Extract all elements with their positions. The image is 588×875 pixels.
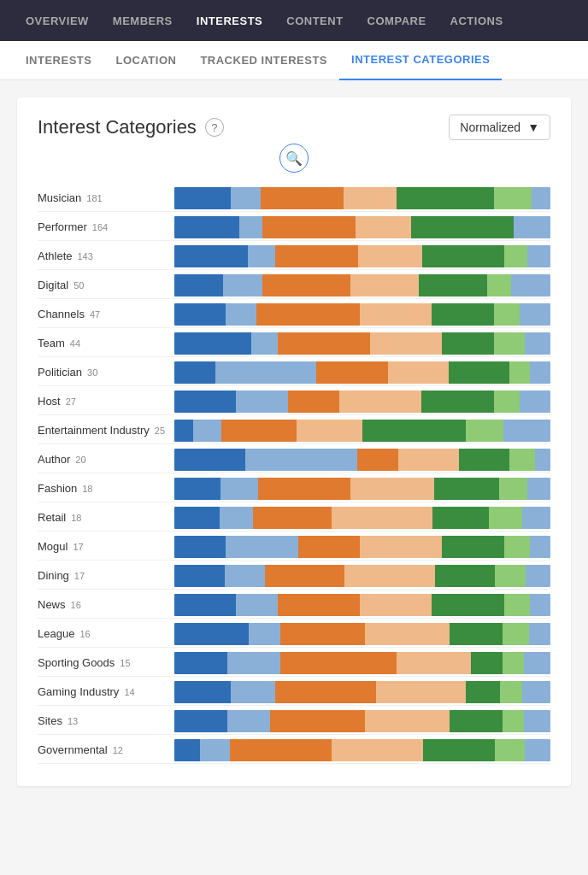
- nav-item-actions[interactable]: ACTIONS: [438, 0, 515, 41]
- bar-segment: [466, 420, 503, 442]
- category-count: 181: [86, 193, 102, 203]
- bar-segment: [227, 710, 270, 732]
- category-name: News: [38, 598, 66, 611]
- category-count: 30: [87, 367, 97, 378]
- bar-segment: [434, 478, 499, 500]
- bar-segment: [411, 216, 514, 238]
- bar-segment: [509, 361, 530, 384]
- help-icon[interactable]: ?: [205, 118, 224, 137]
- row-label: Team44: [38, 337, 174, 349]
- nav-item-interests[interactable]: INTERESTS: [185, 0, 274, 41]
- bar-container: [174, 681, 550, 703]
- bar-container: [174, 536, 550, 558]
- bar-segment: [504, 594, 530, 616]
- bar-segment: [174, 187, 231, 209]
- row-label: Musician181: [38, 191, 174, 204]
- table-row: Channels47: [38, 301, 550, 328]
- bar-segment: [270, 710, 366, 732]
- subnav-tracked-interests[interactable]: TRACKED INTERESTS: [188, 41, 339, 80]
- table-row: Digital50: [38, 272, 550, 299]
- category-name: Fashion: [38, 482, 77, 495]
- bar-segment: [422, 245, 505, 267]
- category-count: 15: [120, 658, 130, 668]
- subnav-location[interactable]: LOCATION: [103, 41, 188, 80]
- bar-segment: [258, 478, 351, 500]
- table-row: Entertainment Industry25: [38, 417, 550, 444]
- bar-segment: [376, 681, 466, 703]
- bar-segment: [339, 391, 421, 413]
- normalized-dropdown[interactable]: Normalized ▼: [449, 115, 550, 140]
- bar-segment: [174, 710, 227, 732]
- bar-segment: [356, 216, 411, 238]
- table-row: Politician30: [38, 359, 550, 386]
- bar-segment: [514, 216, 550, 238]
- bar-segment: [174, 391, 236, 413]
- category-name: Athlete: [38, 250, 72, 262]
- table-row: Sites13: [38, 708, 550, 735]
- bar-segment: [275, 681, 376, 703]
- bar-segment: [230, 739, 332, 761]
- bar-segment: [280, 623, 365, 645]
- category-count: 16: [79, 629, 90, 639]
- row-label: Performer164: [38, 220, 174, 233]
- bar-segment: [370, 332, 442, 355]
- category-name: Retail: [38, 511, 66, 524]
- bar-segment: [525, 739, 550, 761]
- bar-segment: [220, 478, 257, 500]
- bar-segment: [520, 303, 550, 326]
- category-name: Musician: [38, 191, 81, 204]
- subnav-interests[interactable]: INTERESTS: [14, 41, 103, 80]
- bar-segment: [278, 594, 360, 616]
- table-row: Sporting Goods15: [38, 649, 550, 677]
- bar-segment: [525, 332, 550, 355]
- table-row: Musician181: [38, 185, 550, 212]
- bar-segment: [504, 536, 530, 558]
- bar-segment: [419, 274, 487, 297]
- card-title-group: Interest Categories ?: [38, 116, 224, 138]
- bar-segment: [344, 565, 435, 587]
- bar-segment: [360, 303, 432, 326]
- category-name: Author: [38, 453, 70, 466]
- bar-segment: [499, 478, 527, 500]
- category-count: 164: [92, 222, 108, 232]
- bar-segment: [174, 332, 251, 355]
- nav-item-compare[interactable]: COMPARE: [356, 0, 438, 41]
- bar-segment: [503, 420, 550, 442]
- category-count: 50: [74, 280, 84, 291]
- bar-segment: [316, 361, 387, 384]
- category-count: 17: [73, 542, 83, 552]
- bar-segment: [220, 507, 253, 529]
- row-label: Mogul17: [38, 540, 174, 553]
- bar-segment: [522, 507, 550, 529]
- bar-segment: [526, 565, 550, 587]
- nav-item-content[interactable]: CONTENT: [274, 0, 355, 41]
- bar-segment: [397, 652, 471, 674]
- bar-segment: [527, 478, 550, 500]
- bar-segment: [494, 332, 525, 355]
- table-row: Performer164: [38, 214, 550, 241]
- bar-segment: [471, 652, 503, 674]
- category-count: 44: [70, 338, 80, 349]
- bar-segment: [503, 710, 524, 732]
- bar-segment: [174, 245, 248, 267]
- bar-segment: [527, 245, 550, 267]
- bar-segment: [174, 303, 226, 326]
- nav-item-members[interactable]: MEMBERS: [101, 0, 185, 41]
- bar-segment: [239, 216, 262, 238]
- row-label: Governmental12: [38, 743, 174, 756]
- subnav-interest-categories[interactable]: INTEREST CATEGORIES: [339, 41, 502, 80]
- category-count: 17: [74, 571, 85, 581]
- bar-segment: [357, 449, 398, 471]
- bar-segment: [522, 681, 550, 703]
- bar-segment: [174, 739, 200, 761]
- category-count: 18: [71, 513, 81, 523]
- bar-segment: [365, 623, 450, 645]
- search-button[interactable]: 🔍: [279, 144, 309, 173]
- bar-container: [174, 478, 550, 500]
- category-count: 143: [77, 251, 92, 261]
- row-label: Athlete143: [38, 250, 174, 262]
- category-name: Host: [38, 395, 61, 408]
- category-count: 12: [113, 745, 123, 755]
- bar-segment: [265, 565, 345, 587]
- nav-item-overview[interactable]: OVERVIEW: [14, 0, 101, 41]
